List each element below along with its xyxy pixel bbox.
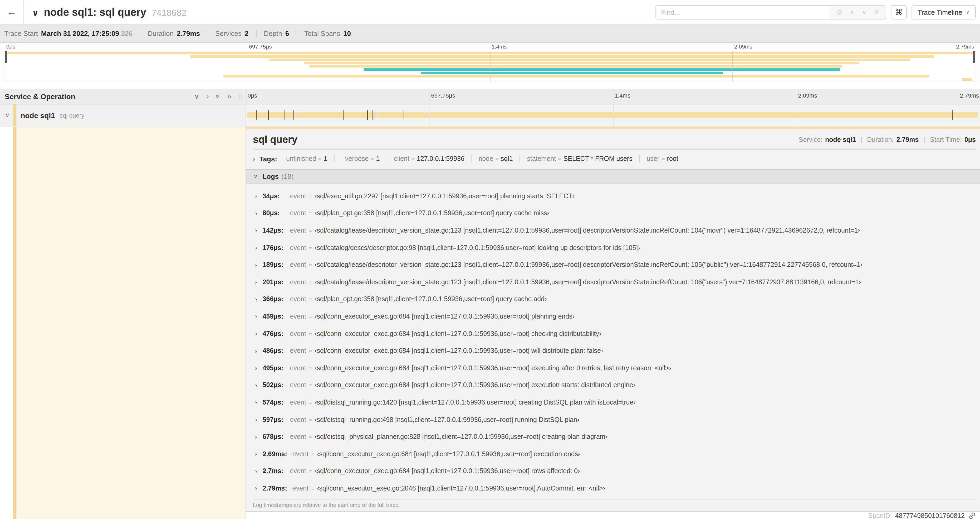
tag-item[interactable]: node=sql1 (471, 155, 516, 163)
span-service-name[interactable]: node sql1 (21, 111, 55, 120)
log-row[interactable]: ›142μs:event=‹sql/catalog/lease/descript… (246, 222, 980, 239)
viewport-right-handle[interactable] (973, 51, 975, 63)
tag-item[interactable]: user=root (640, 155, 681, 163)
collapse-trace-chevron-icon[interactable]: ∨ (32, 8, 38, 18)
log-row[interactable]: ›476μs:event=‹sql/conn_executor_exec.go:… (246, 325, 980, 342)
locate-icon[interactable]: ◎ (837, 9, 843, 15)
summary-label: Services (215, 30, 242, 37)
trace-summary-item: Depth6 (256, 30, 289, 37)
log-marker-tick (404, 110, 404, 120)
clear-search-icon[interactable]: ✕ (874, 9, 879, 15)
log-field-value: ‹sql/conn_executor_exec.go:2046 [nsql1,c… (317, 485, 605, 492)
span-id-footer: SpanID: 4877749850101760812 (246, 512, 980, 519)
column-resizer[interactable]: || (239, 93, 242, 99)
collapse-one-icon[interactable]: ∨ (194, 93, 199, 100)
minimap-span-strip (223, 75, 929, 78)
log-marker-tick (955, 110, 955, 120)
log-field-key: event (290, 193, 306, 200)
tag-item[interactable]: statement=SELECT * FROM users (520, 155, 635, 163)
log-row[interactable]: ›459μs:event=‹sql/conn_executor_exec.go:… (246, 308, 980, 325)
log-row[interactable]: ›189μs:event=‹sql/catalog/lease/descript… (246, 256, 980, 273)
equals-sign: = (662, 156, 665, 162)
logs-section-header[interactable]: ∨ Logs (18) (246, 169, 980, 184)
log-marker-tick (379, 110, 379, 120)
trace-summary-item: Trace StartMarch 31 2022, 17:25:09.326 (4, 30, 132, 37)
log-row[interactable]: ›34μs:event=‹sql/exec_util.go:2297 [nsql… (246, 187, 980, 204)
span-name-cell[interactable]: ∨ node sql1 sql query (0, 104, 246, 126)
span-bar-cell[interactable] (246, 104, 980, 126)
equals-sign: = (309, 244, 312, 251)
tags-row[interactable]: › Tags: _unfinished=1_verbose=1client=12… (246, 150, 980, 167)
log-marker-tick (425, 110, 425, 120)
log-marker-ticks (247, 104, 978, 126)
next-result-icon[interactable]: ∨ (862, 9, 867, 15)
log-row[interactable]: ›2.79ms:event=‹sql/conn_executor_exec.go… (246, 480, 980, 497)
trace-title: node sql1: sql query (44, 6, 146, 18)
chevron-right-icon[interactable]: › (253, 155, 255, 163)
log-row[interactable]: ›574μs:event=‹sql/distsql_running.go:142… (246, 394, 980, 411)
find-input[interactable] (656, 6, 830, 19)
summary-value: 2 (245, 30, 248, 37)
log-marker-tick (377, 110, 377, 120)
span-meta-value: 2.79ms (896, 136, 919, 143)
log-row[interactable]: ›201μs:event=‹sql/catalog/lease/descript… (246, 273, 980, 291)
log-field-key: event (290, 399, 306, 406)
axis-tick-label: 0μs (246, 92, 257, 99)
log-row[interactable]: ›502μs:event=‹sql/conn_executor_exec.go:… (246, 377, 980, 394)
log-row[interactable]: ›366μs:event=‹sql/plan_opt.go:358 [nsql1… (246, 291, 980, 308)
minimap-span-strip (421, 72, 722, 75)
equals-sign: = (371, 156, 374, 162)
collapse-children-chevron-icon[interactable]: ∨ (5, 112, 10, 119)
axis-tick-label: 2.79ms (960, 92, 980, 99)
equals-sign: = (309, 227, 312, 234)
tag-item[interactable]: client=127.0.0.1:59936 (387, 155, 467, 163)
logs-footnote: Log timestamps are relative to the start… (253, 499, 976, 511)
span-row[interactable]: ∨ node sql1 sql query (0, 104, 980, 126)
page-header: ← ∨ node sql1: sql query 7418682 ◎∧∨✕ ⌘ … (0, 0, 980, 25)
log-row[interactable]: ›678μs:event=‹sql/distsql_physical_plann… (246, 428, 980, 446)
find-box: ◎∧∨✕ (655, 5, 886, 19)
log-row[interactable]: ›495μs:event=‹sql/conn_executor_exec.go:… (246, 359, 980, 377)
chevron-right-icon: › (255, 433, 258, 441)
service-operation-title: Service & Operation (5, 92, 194, 101)
log-marker-tick (372, 110, 372, 120)
tag-item[interactable]: _unfinished=1 (279, 155, 330, 163)
prev-result-icon[interactable]: ∧ (850, 9, 854, 15)
log-row[interactable]: ›2.7ms:event=‹sql/conn_executor_exec.go:… (246, 463, 980, 480)
tag-item[interactable]: _verbose=1 (334, 155, 383, 163)
detail-accent-bar (246, 126, 980, 129)
log-field-value: ‹sql/catalog/lease/descriptor_version_st… (315, 261, 862, 268)
equals-sign: = (311, 451, 314, 457)
axis-tick-label: 697.75μs (247, 43, 272, 50)
span-meta-label: Service: (799, 136, 822, 143)
minimap-span-strip (269, 58, 910, 61)
deep-link-icon[interactable] (969, 512, 976, 519)
viewport-left-handle[interactable] (5, 51, 7, 63)
log-row[interactable]: ›80μs:event=‹sql/plan_opt.go:358 [nsql1,… (246, 204, 980, 222)
log-row[interactable]: ›486μs:event=‹sql/conn_executor_exec.go:… (246, 342, 980, 359)
collapse-all-icon[interactable]: » (215, 94, 221, 98)
chevron-right-icon: › (255, 330, 258, 338)
chevron-right-icon: › (255, 261, 258, 269)
tag-key: node (479, 155, 493, 163)
chevron-right-icon: › (255, 467, 258, 475)
minimap-canvas[interactable] (5, 51, 975, 82)
log-row[interactable]: ›2.69ms:event=‹sql/conn_executor_exec.go… (246, 446, 980, 463)
trace-view-select[interactable]: Trace Timeline ∨ (911, 5, 976, 19)
log-marker-tick (293, 110, 294, 120)
keyboard-shortcuts-button[interactable]: ⌘ (891, 5, 907, 19)
trace-view-select-label: Trace Timeline (918, 8, 963, 16)
log-field-key: event (290, 382, 306, 389)
expand-all-icon[interactable]: » (228, 93, 231, 100)
back-button[interactable]: ← (0, 0, 24, 24)
chevron-right-icon: › (255, 313, 258, 320)
log-field-value: ‹sql/distsql_physical_planner.go:828 [ns… (315, 433, 608, 441)
log-timestamp: 2.7ms: (262, 468, 285, 475)
log-timestamp: 80μs: (262, 210, 285, 217)
equals-sign: = (309, 210, 312, 217)
tag-value: 1 (323, 155, 327, 163)
log-row[interactable]: ›176μs:event=‹sql/catalog/descs/descript… (246, 239, 980, 256)
log-field-key: event (290, 295, 306, 303)
expand-one-icon[interactable]: › (207, 93, 209, 100)
log-row[interactable]: ›597μs:event=‹sql/distsql_running.go:498… (246, 411, 980, 428)
